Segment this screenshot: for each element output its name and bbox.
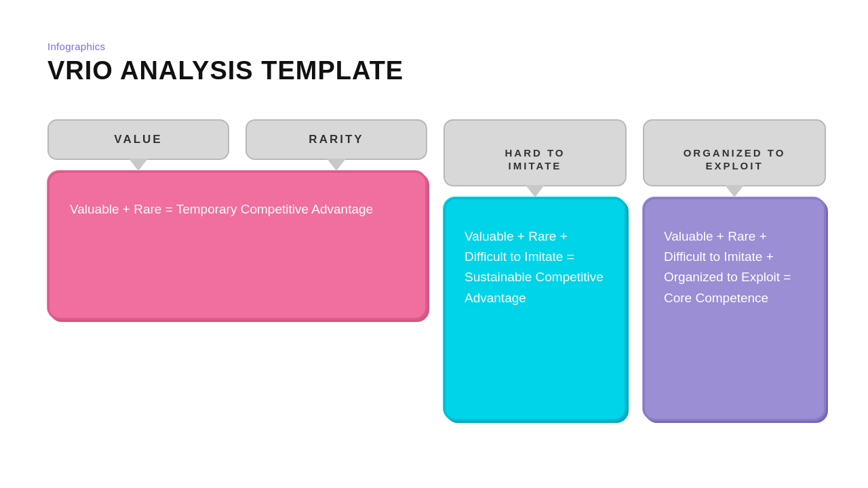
cyan-card-body: Valuable + Rare + Difficult to Imitate =… (443, 197, 627, 421)
value-bubble: VALUE (47, 119, 229, 160)
organized-label: ORGANIZED TO EXPLOIT (684, 147, 786, 172)
header: Infographics VRIO ANALYSIS TEMPLATE (47, 41, 821, 85)
category-label: Infographics (47, 41, 821, 52)
hard-to-imitate-group: HARD TO IMITATE Valuable + Rare + Diffic… (443, 119, 627, 421)
hard-to-imitate-label: HARD TO IMITATE (505, 147, 565, 172)
rarity-bubble: RARITY (245, 119, 427, 160)
organized-bubble: ORGANIZED TO EXPLOIT (643, 119, 826, 186)
cards-area: VALUE RARITY Valuable + Rare = Temporary… (47, 119, 821, 421)
purple-card-body: Valuable + Rare + Difficult to Imitate +… (643, 197, 826, 421)
page-wrapper: Infographics VRIO ANALYSIS TEMPLATE VALU… (0, 0, 868, 488)
pink-group: VALUE RARITY Valuable + Rare = Temporary… (47, 119, 427, 320)
organized-to-exploit-group: ORGANIZED TO EXPLOIT Valuable + Rare + D… (643, 119, 826, 421)
hard-to-imitate-text: Valuable + Rare + Difficult to Imitate =… (465, 226, 608, 309)
bubble-row: VALUE RARITY (47, 119, 427, 160)
page-title: VRIO ANALYSIS TEMPLATE (47, 56, 821, 85)
pink-card-body: Valuable + Rare = Temporary Competitive … (47, 171, 427, 320)
rarity-label: RARITY (309, 133, 363, 146)
value-label: VALUE (114, 133, 162, 146)
hard-to-imitate-bubble: HARD TO IMITATE (443, 119, 627, 186)
value-body-text: Valuable + Rare = Temporary Competitive … (70, 200, 405, 220)
organized-text: Valuable + Rare + Difficult to Imitate +… (664, 226, 808, 309)
